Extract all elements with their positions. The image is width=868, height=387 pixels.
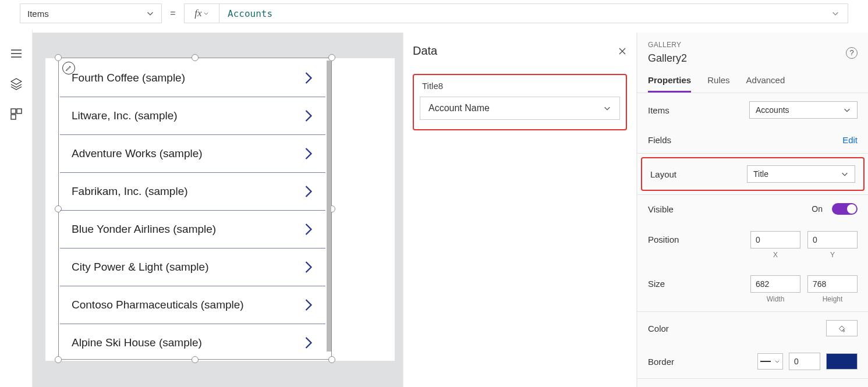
property-dropdown[interactable]: Items [20, 3, 162, 23]
gallery-item[interactable]: Litware, Inc. (sample) [60, 97, 325, 135]
border-label: Border [648, 357, 752, 367]
chevron-right-icon [303, 297, 314, 313]
field-mapping-label: Title8 [420, 81, 620, 91]
gallery-item[interactable]: Blue Yonder Airlines (sample) [60, 211, 325, 248]
close-icon [618, 47, 627, 56]
properties-tabs: Properties Rules Advanced [637, 67, 868, 93]
gallery: Fourth Coffee (sample)Litware, Inc. (sam… [60, 59, 325, 358]
gallery-item-title: Blue Yonder Airlines (sample) [72, 223, 303, 236]
data-panel: Data Title8 Account Name [403, 33, 637, 387]
data-panel-title: Data [413, 44, 437, 58]
field-mapping-highlight: Title8 Account Name [413, 74, 627, 130]
border-width-input[interactable] [789, 353, 820, 370]
equals-sign: = [162, 0, 184, 27]
hamburger-icon[interactable] [9, 47, 23, 61]
gallery-selection[interactable]: Fourth Coffee (sample)Litware, Inc. (sam… [58, 58, 332, 360]
items-label: Items [648, 105, 743, 115]
gallery-item-title: Fourth Coffee (sample) [72, 72, 303, 84]
help-button[interactable]: ? [846, 47, 858, 59]
gallery-item-title: Alpine Ski House (sample) [72, 336, 303, 349]
visible-value: On [812, 204, 823, 214]
gallery-item[interactable]: City Power & Light (sample) [60, 248, 325, 286]
field-mapping-value: Account Name [428, 103, 603, 113]
resize-handle[interactable] [328, 356, 335, 363]
svg-rect-1 [17, 109, 22, 113]
position-y-caption: Y [830, 251, 835, 259]
control-name: Gallery2 [648, 52, 687, 65]
components-icon[interactable] [9, 107, 23, 121]
gallery-item[interactable]: Contoso Pharmaceuticals (sample) [60, 286, 325, 324]
width-input[interactable] [750, 275, 800, 293]
chevron-right-icon [303, 259, 314, 275]
chevron-right-icon [303, 183, 314, 200]
gallery-item[interactable]: Fabrikam, Inc. (sample) [60, 173, 325, 211]
chevron-down-icon [146, 9, 154, 17]
chevron-right-icon [303, 221, 314, 237]
position-y-input[interactable] [807, 231, 858, 248]
fx-button[interactable]: fx [184, 3, 219, 23]
width-caption: Width [767, 295, 785, 303]
formula-input[interactable]: Accounts [219, 3, 848, 23]
svg-rect-2 [11, 115, 16, 119]
color-picker[interactable] [826, 320, 858, 336]
control-type-label: GALLERY [648, 41, 687, 49]
chevron-right-icon [303, 335, 314, 351]
gallery-item-title: Contoso Pharmaceuticals (sample) [72, 299, 303, 311]
field-mapping-dropdown[interactable]: Account Name [420, 97, 620, 120]
height-input[interactable] [807, 275, 858, 293]
chevron-right-icon [303, 70, 314, 86]
height-caption: Height [823, 295, 843, 303]
property-dropdown-text: Items [27, 9, 146, 19]
border-color-picker[interactable] [826, 353, 858, 370]
properties-panel: GALLERY Gallery2 ? Properties Rules Adva… [637, 33, 868, 387]
tab-properties[interactable]: Properties [648, 75, 691, 93]
chevron-down-icon [841, 170, 849, 178]
chevron-down-icon [203, 10, 209, 16]
gallery-item-title: City Power & Light (sample) [72, 261, 303, 274]
items-dropdown[interactable]: Accounts [749, 101, 858, 119]
position-x-input[interactable] [750, 231, 800, 248]
position-label: Position [648, 231, 745, 244]
layout-label: Layout [650, 169, 741, 179]
svg-rect-0 [11, 109, 16, 113]
chevron-right-icon [303, 108, 314, 124]
paintbucket-icon [837, 324, 846, 333]
close-button[interactable] [618, 47, 627, 56]
items-value: Accounts [756, 105, 843, 115]
chevron-right-icon [303, 145, 314, 162]
left-rail [0, 29, 33, 387]
layout-value: Title [753, 169, 841, 179]
gallery-item[interactable]: Alpine Ski House (sample) [60, 324, 325, 358]
chevron-down-icon [831, 9, 839, 17]
color-label: Color [648, 324, 820, 333]
gallery-item-title: Fabrikam, Inc. (sample) [72, 185, 303, 198]
tab-advanced[interactable]: Advanced [746, 75, 785, 93]
line-icon [760, 359, 774, 364]
formula-text: Accounts [228, 8, 831, 19]
gallery-item[interactable]: Adventure Works (sample) [60, 135, 325, 173]
layout-highlight: Layout Title [641, 157, 865, 191]
fields-edit-link[interactable]: Edit [842, 135, 858, 145]
scrollbar[interactable] [327, 61, 331, 352]
layout-dropdown[interactable]: Title [747, 165, 855, 183]
fx-icon: fx [194, 8, 201, 19]
gallery-item-title: Litware, Inc. (sample) [72, 109, 303, 122]
fields-label: Fields [648, 135, 837, 145]
chevron-down-icon [774, 358, 780, 364]
border-style-dropdown[interactable] [757, 353, 783, 370]
chevron-down-icon [843, 106, 851, 114]
size-label: Size [648, 275, 745, 289]
gallery-item-title: Adventure Works (sample) [72, 147, 303, 160]
visible-label: Visible [648, 204, 806, 214]
layers-icon[interactable] [9, 77, 23, 91]
chevron-down-icon [603, 104, 611, 112]
tab-rules[interactable]: Rules [707, 75, 729, 93]
gallery-item[interactable]: Fourth Coffee (sample) [60, 59, 325, 97]
position-x-caption: X [773, 251, 778, 259]
formula-bar: Items = fx Accounts [0, 0, 868, 27]
visible-toggle[interactable] [832, 203, 858, 215]
